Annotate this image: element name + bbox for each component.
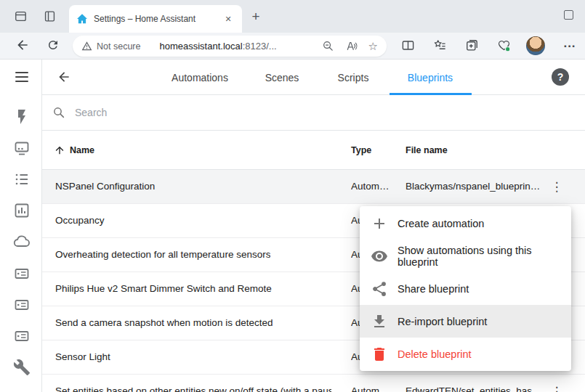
row-name: NSPanel Configuration [55, 181, 155, 192]
share-icon [371, 280, 388, 298]
workspaces-icon[interactable] [43, 9, 57, 23]
menu-item-show-automations[interactable]: Show automations using this blueprint [360, 240, 571, 272]
eye-icon [371, 248, 388, 265]
table-row[interactable]: NSPanel Configuration Autom… Blackymas/n… [42, 170, 585, 204]
favorites-hub-icon[interactable] [433, 38, 447, 52]
table-header: Name Type File name [42, 131, 585, 170]
url-text[interactable]: homeassistant.local:8123/... [159, 41, 276, 52]
column-header-name[interactable]: Name [70, 145, 94, 155]
row-type: Autom… [351, 385, 390, 392]
menu-item-delete-blueprint[interactable]: Delete blueprint [360, 338, 571, 370]
profile-avatar[interactable] [526, 36, 545, 55]
tab-blueprints[interactable]: Blueprints [408, 72, 453, 83]
sort-ascending-icon[interactable] [54, 144, 65, 156]
column-header-type[interactable]: Type [351, 145, 371, 155]
blueprint-context-menu: Create automation Show automations using… [360, 206, 571, 371]
back-icon[interactable] [15, 38, 30, 52]
row-name: Send a camera snapshot when motion is de… [55, 317, 273, 328]
row-name: Occupancy [55, 215, 105, 226]
warning-icon [81, 41, 92, 52]
row-overflow-icon[interactable]: ⋮ [548, 383, 565, 392]
security-status[interactable]: Not secure [97, 41, 140, 52]
address-bar[interactable]: Not secure homeassistant.local:8123/... … [73, 36, 387, 57]
browser-menu-icon[interactable]: ... [561, 35, 578, 52]
maximize-icon[interactable] [564, 10, 573, 20]
search-row [42, 95, 585, 131]
read-aloud-icon[interactable] [345, 40, 358, 52]
search-input[interactable] [73, 106, 294, 119]
row-file: Blackymas/nspanel_blueprin… [406, 181, 540, 192]
row-file: EdwardTEN/set_entities_has… [406, 385, 542, 392]
menu-item-label: Share blueprint [398, 283, 469, 295]
table-row[interactable]: Set entities based on other entities new… [42, 375, 585, 392]
tab-scenes[interactable]: Scenes [265, 72, 299, 83]
row-type: Autom… [351, 181, 390, 192]
url-path: :8123/... [243, 41, 277, 52]
menu-item-create-automation[interactable]: Create automation [360, 207, 571, 240]
app-back-icon[interactable] [57, 70, 71, 84]
split-screen-icon[interactable] [401, 38, 415, 52]
tools-wrench-icon[interactable] [13, 359, 31, 376]
row-name: Philips Hue v2 Smart Dimmer Switch and R… [55, 283, 272, 294]
tab-actions-icon[interactable] [14, 9, 28, 23]
home-assistant-favicon [76, 13, 88, 25]
browser-essentials-icon[interactable] [497, 38, 511, 52]
collections-add-icon[interactable] [465, 38, 479, 52]
row-name: Overheating detection for all temperatur… [55, 249, 270, 260]
close-tab-icon[interactable]: ✕ [222, 12, 235, 25]
tab-title: Settings – Home Assistant [94, 14, 219, 24]
plus-icon [371, 215, 388, 232]
zoom-out-icon[interactable] [322, 40, 334, 52]
url-host: homeassistant.local [159, 41, 242, 52]
row-overflow-icon[interactable]: ⋮ [548, 178, 565, 195]
history-chart-icon[interactable] [13, 202, 31, 219]
new-tab-button[interactable]: + [248, 9, 264, 25]
app-header [42, 60, 585, 95]
tab-scripts[interactable]: Scripts [338, 72, 369, 83]
energy-lightning-icon[interactable] [13, 108, 31, 126]
menu-item-label: Delete blueprint [398, 348, 472, 360]
menu-item-share-blueprint[interactable]: Share blueprint [360, 272, 571, 305]
browser-titlebar: Settings – Home Assistant ✕ + [0, 0, 585, 33]
search-icon [52, 106, 65, 119]
favorite-star-icon[interactable]: ☆ [368, 40, 378, 52]
trash-icon [371, 346, 388, 363]
menu-item-label: Show automations using this blueprint [398, 245, 571, 268]
server-icon-3[interactable] [13, 327, 31, 345]
browser-window: Settings – Home Assistant ✕ + Not secure… [0, 0, 585, 392]
sidebar-menu-icon[interactable] [15, 72, 28, 82]
device-panel-icon[interactable] [13, 139, 31, 157]
column-header-file[interactable]: File name [406, 145, 448, 155]
cloud-icon[interactable] [13, 233, 31, 250]
menu-item-label: Re-import blueprint [398, 316, 487, 327]
help-icon[interactable]: ? [552, 68, 569, 86]
download-icon [371, 313, 388, 330]
server-icon-2[interactable] [13, 296, 31, 314]
server-icon-1[interactable] [13, 265, 31, 282]
row-name: Set entities based on other entities new… [55, 385, 331, 392]
refresh-icon[interactable] [47, 38, 60, 52]
row-name: Sensor Light [55, 351, 110, 362]
logbook-list-icon[interactable] [13, 171, 31, 188]
menu-item-label: Create automation [398, 218, 484, 229]
tab-automations[interactable]: Automations [172, 72, 228, 83]
browser-tab[interactable]: Settings – Home Assistant ✕ [69, 5, 242, 33]
menu-item-reimport-blueprint[interactable]: Re-import blueprint [360, 305, 571, 338]
